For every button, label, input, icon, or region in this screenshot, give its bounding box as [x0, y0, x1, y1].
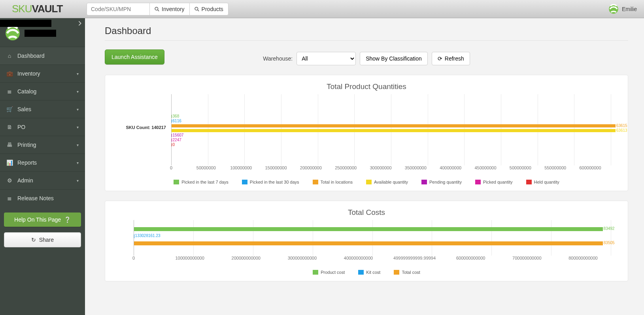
chart2-legend: Product costKit costTotal cost	[114, 270, 619, 275]
card-total-costs: Total Costs 83492133028161.2383505 01000…	[105, 201, 628, 281]
legend-item[interactable]: Kit cost	[358, 270, 380, 275]
chart2-bar-product-cost: 83492	[134, 226, 611, 233]
svg-point-0	[155, 7, 158, 10]
svg-point-2	[195, 7, 198, 10]
list-icon: ≣	[6, 88, 13, 95]
legend-label: Available quantity	[374, 180, 408, 184]
cart-icon: 🛒	[6, 106, 13, 112]
list-icon: ≣	[6, 195, 13, 201]
share-label: Share	[39, 237, 54, 243]
doc-icon: 🗎	[6, 124, 13, 130]
legend-swatch	[526, 180, 532, 184]
warehouse-select[interactable]: All	[297, 52, 356, 65]
svg-line-1	[158, 9, 159, 11]
svg-line-3	[197, 9, 198, 11]
sidebar-item-label: PO	[17, 124, 25, 130]
sidebar-item-label: Admin	[17, 177, 33, 184]
legend-label: Picked in the last 30 days	[250, 180, 299, 184]
sidebar-item-label: Catalog	[17, 88, 36, 95]
home-icon: ⌂	[6, 53, 13, 59]
warehouse-label: Warehouse:	[263, 55, 293, 62]
legend-swatch	[421, 180, 427, 184]
share-icon: ↻	[31, 237, 36, 243]
chevron-down-icon: ▾	[77, 178, 79, 183]
sidebar-item-sales[interactable]: 🛒Sales▾	[0, 100, 85, 118]
chart1-bar-picked-in-the-last-30-days: 6116	[172, 119, 611, 123]
launch-assistance-label: Launch Assistance	[111, 54, 158, 60]
sidebar: ⌂Dashboard💼Inventory▾≣Catalog▾🛒Sales▾🗎PO…	[0, 18, 85, 315]
chart2-x-ticks: 0100000000000200000000000300000000000400…	[134, 256, 611, 263]
sidebar-item-release-notes[interactable]: ≣Release Notes	[0, 189, 85, 207]
legend-item[interactable]: Picked in the last 30 days	[242, 180, 299, 184]
user-name: Emilie	[622, 6, 637, 12]
legend-item[interactable]: Picked in the last 7 days	[174, 180, 229, 184]
sidebar-item-inventory[interactable]: 💼Inventory▾	[0, 65, 85, 82]
inventory-search-label: Inventory	[162, 6, 185, 12]
chart2: 83492133028161.2383505 01000000000002000…	[114, 220, 619, 275]
chart2-title: Total Costs	[114, 208, 619, 217]
tenant-logo-icon	[608, 4, 619, 14]
legend-label: Held quantity	[534, 180, 559, 184]
legend-label: Total cost	[402, 270, 420, 275]
launch-assistance-button[interactable]: Launch Assistance	[105, 49, 164, 65]
chart1-bar-picked-quantity: 2247	[172, 138, 611, 142]
products-search-button[interactable]: Products	[189, 3, 229, 15]
products-search-label: Products	[202, 6, 223, 12]
legend-item[interactable]: Total cost	[394, 270, 420, 275]
sidebar-item-label: Sales	[17, 106, 31, 112]
legend-swatch	[366, 180, 372, 184]
legend-item[interactable]: Pending quantity	[421, 180, 462, 184]
brand-sku: SKU	[12, 3, 32, 15]
sidebar-item-printing[interactable]: 🖶Printing▾	[0, 136, 85, 154]
legend-item[interactable]: Picked quantity	[475, 180, 513, 184]
user-menu[interactable]: Emilie	[608, 4, 640, 14]
chart1-bar-pending-quantity: 15607	[172, 133, 611, 138]
legend-item[interactable]: Available quantity	[366, 180, 408, 184]
refresh-button[interactable]: ⟳ Refresh	[432, 52, 470, 65]
legend-swatch	[174, 180, 179, 184]
tenant-name-redacted	[25, 30, 56, 37]
chart-icon: 📊	[6, 159, 13, 166]
sidebar-collapse-button[interactable]	[77, 21, 83, 27]
legend-swatch	[313, 180, 318, 184]
share-button[interactable]: ↻ Share	[4, 232, 81, 247]
help-icon: ❔	[64, 216, 71, 223]
chart1-x-ticks: 0500000001000000001500000002000000002500…	[171, 165, 611, 173]
sidebar-item-reports[interactable]: 📊Reports▾	[0, 154, 85, 171]
tenant-block	[0, 18, 85, 47]
help-on-page-button[interactable]: Help On This Page ❔	[4, 213, 81, 227]
chart1-title: Total Product Quantities	[114, 82, 619, 91]
refresh-icon: ⟳	[438, 55, 442, 62]
sidebar-item-label: Inventory	[17, 70, 40, 77]
legend-label: Product cost	[321, 270, 345, 275]
legend-swatch	[394, 270, 399, 275]
sidebar-item-label: Reports	[17, 159, 37, 166]
top-search-group: Inventory Products	[87, 3, 229, 15]
sidebar-item-label: Dashboard	[17, 53, 45, 59]
chevron-down-icon: ▾	[77, 107, 79, 112]
brand: SKUVAULT	[0, 3, 85, 15]
sidebar-item-label: Printing	[17, 142, 36, 148]
chart1-ylabel: SKU Count: 140217	[114, 125, 169, 130]
chart2-bar-kit-cost: 133028161.23	[134, 233, 611, 240]
topbar: SKUVAULT Inventory Products Emilie	[0, 0, 644, 18]
legend-swatch	[313, 270, 318, 275]
content: Dashboard Launch Assistance Warehouse: A…	[85, 18, 644, 315]
chart1-bar-picked-in-the-last-7-days: 368	[172, 114, 611, 119]
legend-item[interactable]: Held quantity	[526, 180, 559, 184]
show-by-classification-label: Show By Classification	[366, 55, 422, 62]
sidebar-item-admin[interactable]: ⚙Admin▾	[0, 171, 85, 189]
sidebar-nav: ⌂Dashboard💼Inventory▾≣Catalog▾🛒Sales▾🗎PO…	[0, 47, 85, 207]
search-input[interactable]	[87, 3, 150, 15]
show-by-classification-button[interactable]: Show By Classification	[360, 52, 428, 65]
legend-label: Picked in the last 7 days	[181, 180, 229, 184]
legend-item[interactable]: Product cost	[313, 270, 345, 275]
legend-item[interactable]: Total in locations	[313, 180, 353, 184]
legend-label: Kit cost	[366, 270, 380, 275]
inventory-search-button[interactable]: Inventory	[149, 3, 190, 15]
sidebar-item-po[interactable]: 🗎PO▾	[0, 118, 85, 136]
card-total-product-quantities: Total Product Quantities SKU Count: 1402…	[105, 75, 628, 191]
sidebar-item-dashboard[interactable]: ⌂Dashboard	[0, 47, 85, 65]
chart1: SKU Count: 140217 3686116636156361315607…	[114, 94, 619, 184]
sidebar-item-catalog[interactable]: ≣Catalog▾	[0, 82, 85, 100]
